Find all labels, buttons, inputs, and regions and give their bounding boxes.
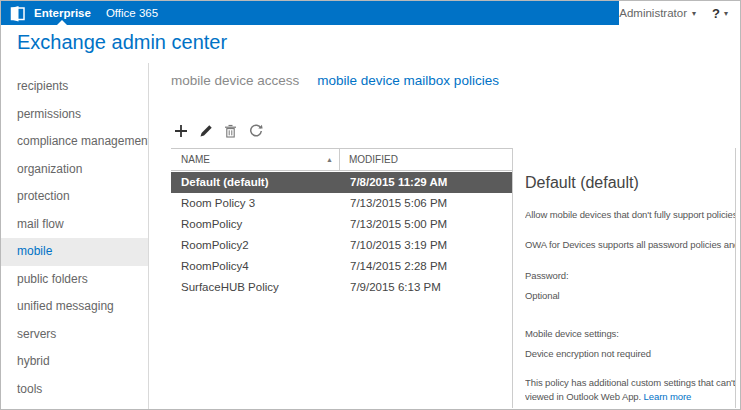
policy-name-cell: Room Policy 3 [171, 193, 340, 214]
toolbar [172, 122, 264, 139]
brand-tab-enterprise[interactable]: Enterprise [34, 1, 91, 25]
refresh-icon [249, 124, 263, 138]
table-row-roompolicy[interactable]: RoomPolicy 7/13/2015 5:00 PM [171, 214, 512, 235]
sidebar-item-servers[interactable]: servers [1, 321, 148, 349]
sidebar-item-public-folders[interactable]: public folders [1, 266, 148, 294]
table-row-roompolicy2[interactable]: RoomPolicy2 7/10/2015 3:19 PM [171, 235, 512, 256]
policy-name-cell: RoomPolicy4 [171, 256, 340, 277]
sort-ascending-icon: ▲ [326, 156, 333, 163]
refresh-button[interactable] [247, 122, 264, 139]
brand-tabs: EnterpriseOffice 365 [34, 1, 158, 25]
sidebar-item-mobile[interactable]: mobile [1, 238, 148, 266]
password-value: Optional [525, 290, 735, 301]
delete-button[interactable] [222, 122, 239, 139]
delete-icon [224, 124, 237, 138]
device-settings-label: Mobile device settings: [525, 328, 735, 339]
custom-settings-note-text: viewed in Outlook Web App. [525, 391, 641, 402]
policy-rows: Default (default) 7/8/2015 11:29 AM Room… [171, 172, 512, 298]
policy-list-view: NAME ▲ MODIFIED Default (default) 7/8/20… [171, 148, 736, 408]
detail-title: Default (default) [525, 174, 735, 192]
table-row-default-default[interactable]: Default (default) 7/8/2015 11:29 AM [171, 172, 512, 193]
column-header-modified[interactable]: MODIFIED [340, 149, 398, 170]
sidebar-item-protection[interactable]: protection [1, 183, 148, 211]
policy-name-cell: RoomPolicy2 [171, 235, 340, 256]
user-menu-label: Administrator [619, 7, 687, 19]
sidebar-item-permissions[interactable]: permissions [1, 101, 148, 129]
table-row-surfacehub-policy[interactable]: SurfaceHUB Policy 7/9/2015 6:13 PM [171, 277, 512, 298]
add-icon [174, 124, 188, 138]
policy-modified-cell: 7/13/2015 5:00 PM [340, 214, 447, 235]
top-bar-brand-area: EnterpriseOffice 365 [1, 1, 619, 25]
device-settings-value: Device encryption not required [525, 348, 735, 359]
top-bar-right: Administrator ▾ ? ▾ [619, 1, 740, 25]
view-tabs: mobile device accessmobile device mailbo… [171, 73, 499, 88]
detail-pane: Default (default) Allow mobile devices t… [512, 148, 735, 408]
add-button[interactable] [172, 122, 189, 139]
sidebar-item-hybrid[interactable]: hybrid [1, 348, 148, 376]
policy-modified-cell: 7/14/2015 2:28 PM [340, 256, 447, 277]
detail-owa-text: OWA for Devices supports all password po… [525, 239, 735, 250]
help-icon: ? [712, 6, 720, 21]
user-menu[interactable]: Administrator ▾ [619, 7, 696, 19]
tab-mobile-device-access[interactable]: mobile device access [171, 73, 299, 88]
table-row-roompolicy4[interactable]: RoomPolicy4 7/14/2015 2:28 PM [171, 256, 512, 277]
sidebar: recipientspermissionscompliance manageme… [1, 63, 149, 409]
edit-icon [199, 124, 213, 138]
brand-tab-office-365[interactable]: Office 365 [106, 1, 158, 25]
policy-name-cell: Default (default) [171, 172, 340, 193]
policy-modified-cell: 7/13/2015 5:06 PM [340, 193, 447, 214]
policy-name-cell: RoomPolicy [171, 214, 340, 235]
sidebar-item-organization[interactable]: organization [1, 156, 148, 184]
custom-settings-note-line2: viewed in Outlook Web App. Learn more [525, 391, 735, 402]
exchange-admin-center-window: EnterpriseOffice 365 Administrator ▾ ? ▾… [0, 0, 741, 410]
tab-mobile-device-mailbox-policies[interactable]: mobile device mailbox policies [317, 73, 499, 88]
office-logo-icon [9, 5, 26, 22]
sidebar-item-recipients[interactable]: recipients [1, 73, 148, 101]
edit-button[interactable] [197, 122, 214, 139]
column-header-name[interactable]: NAME ▲ [171, 149, 340, 170]
chevron-down-icon: ▾ [692, 9, 696, 18]
policy-modified-cell: 7/9/2015 6:13 PM [340, 277, 441, 298]
sidebar-item-compliance-management[interactable]: compliance management [1, 128, 148, 156]
chevron-down-icon: ▾ [724, 9, 728, 18]
learn-more-link[interactable]: Learn more [644, 391, 692, 402]
policy-modified-cell: 7/10/2015 3:19 PM [340, 235, 447, 256]
sidebar-item-mail-flow[interactable]: mail flow [1, 211, 148, 239]
help-menu[interactable]: ? ▾ [712, 6, 728, 21]
password-label: Password: [525, 270, 735, 281]
detail-policy-support-text: Allow mobile devices that don't fully su… [525, 209, 735, 220]
sidebar-item-tools[interactable]: tools [1, 376, 148, 404]
sidebar-item-unified-messaging[interactable]: unified messaging [1, 293, 148, 321]
column-header-modified-label: MODIFIED [349, 154, 398, 165]
page-title: Exchange admin center [17, 31, 227, 54]
top-bar: EnterpriseOffice 365 Administrator ▾ ? ▾ [1, 1, 740, 25]
table-row-room-policy-3[interactable]: Room Policy 3 7/13/2015 5:06 PM [171, 193, 512, 214]
policy-name-cell: SurfaceHUB Policy [171, 277, 340, 298]
column-header-name-label: NAME [181, 154, 210, 165]
custom-settings-note-line1: This policy has additional custom settin… [525, 377, 735, 388]
policy-modified-cell: 7/8/2015 11:29 AM [340, 172, 447, 193]
